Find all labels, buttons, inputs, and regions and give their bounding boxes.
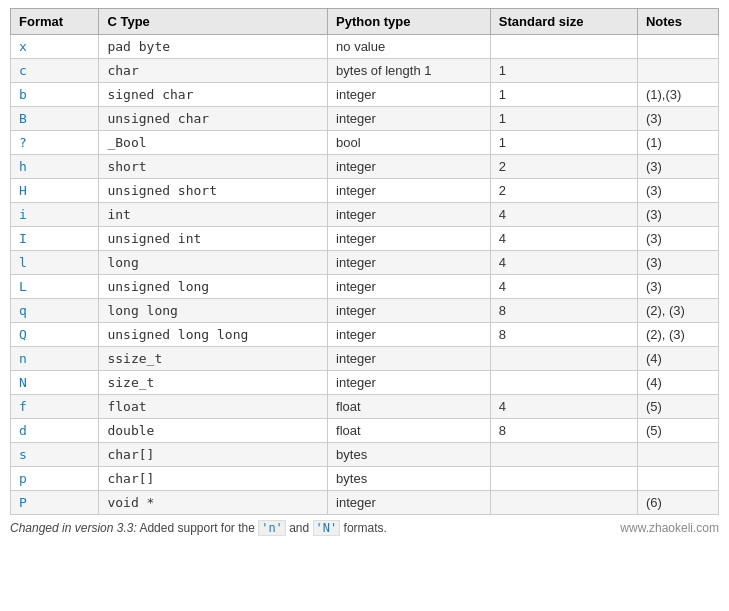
cell-python: integer (328, 83, 491, 107)
cell-format: I (11, 227, 99, 251)
table-row: iintinteger4(3) (11, 203, 719, 227)
cell-python: no value (328, 35, 491, 59)
cell-ctype: char[] (99, 443, 328, 467)
cell-notes: (4) (637, 371, 718, 395)
cell-size: 4 (490, 251, 637, 275)
cell-size (490, 491, 637, 515)
cell-notes: (2), (3) (637, 323, 718, 347)
cell-format: L (11, 275, 99, 299)
table-row: nssize_tinteger(4) (11, 347, 719, 371)
cell-size: 4 (490, 203, 637, 227)
cell-ctype: char[] (99, 467, 328, 491)
table-row: ffloatfloat4(5) (11, 395, 719, 419)
cell-notes (637, 443, 718, 467)
cell-notes: (3) (637, 227, 718, 251)
cell-ctype: unsigned char (99, 107, 328, 131)
cell-python: integer (328, 371, 491, 395)
header-ctype: C Type (99, 9, 328, 35)
footer: Changed in version 3.3: Added support fo… (10, 521, 719, 535)
header-format: Format (11, 9, 99, 35)
cell-format: s (11, 443, 99, 467)
cell-size: 8 (490, 299, 637, 323)
cell-notes: (3) (637, 251, 718, 275)
cell-size (490, 467, 637, 491)
changed-notice: Changed in version 3.3: Added support fo… (10, 521, 387, 535)
cell-ctype: size_t (99, 371, 328, 395)
cell-ctype: unsigned long (99, 275, 328, 299)
cell-format: ? (11, 131, 99, 155)
cell-format: N (11, 371, 99, 395)
cell-format: q (11, 299, 99, 323)
cell-format: p (11, 467, 99, 491)
cell-size (490, 371, 637, 395)
table-row: Qunsigned long longinteger8(2), (3) (11, 323, 719, 347)
cell-size: 4 (490, 395, 637, 419)
cell-ctype: _Bool (99, 131, 328, 155)
cell-ctype: float (99, 395, 328, 419)
cell-size (490, 347, 637, 371)
table-row: ccharbytes of length 11 (11, 59, 719, 83)
cell-python: integer (328, 107, 491, 131)
main-container: Format C Type Python type Standard size … (0, 0, 729, 545)
cell-format: h (11, 155, 99, 179)
cell-notes: (5) (637, 395, 718, 419)
table-row: hshortinteger2(3) (11, 155, 719, 179)
cell-size: 1 (490, 83, 637, 107)
cell-python: integer (328, 275, 491, 299)
cell-ctype: double (99, 419, 328, 443)
cell-python: float (328, 419, 491, 443)
changed-and: and (286, 521, 313, 535)
cell-size (490, 35, 637, 59)
cell-python: integer (328, 299, 491, 323)
cell-format: d (11, 419, 99, 443)
header-notes: Notes (637, 9, 718, 35)
cell-python: integer (328, 227, 491, 251)
table-row: pchar[]bytes (11, 467, 719, 491)
cell-ctype: unsigned long long (99, 323, 328, 347)
cell-format: n (11, 347, 99, 371)
table-header-row: Format C Type Python type Standard size … (11, 9, 719, 35)
cell-format: x (11, 35, 99, 59)
struct-format-table: Format C Type Python type Standard size … (10, 8, 719, 515)
cell-notes: (3) (637, 107, 718, 131)
table-row: Lunsigned longinteger4(3) (11, 275, 719, 299)
cell-ctype: int (99, 203, 328, 227)
cell-python: bytes of length 1 (328, 59, 491, 83)
header-python: Python type (328, 9, 491, 35)
cell-ctype: void * (99, 491, 328, 515)
cell-notes: (1) (637, 131, 718, 155)
cell-notes: (6) (637, 491, 718, 515)
cell-size: 4 (490, 275, 637, 299)
cell-format: H (11, 179, 99, 203)
cell-notes: (3) (637, 155, 718, 179)
cell-notes (637, 467, 718, 491)
cell-ctype: char (99, 59, 328, 83)
cell-ctype: long long (99, 299, 328, 323)
cell-size: 4 (490, 227, 637, 251)
table-row: qlong longinteger8(2), (3) (11, 299, 719, 323)
code-n: 'n' (258, 520, 286, 536)
cell-notes: (2), (3) (637, 299, 718, 323)
cell-size: 2 (490, 155, 637, 179)
website-label: www.zhaokeli.com (620, 521, 719, 535)
cell-size: 8 (490, 419, 637, 443)
table-row: bsigned charinteger1(1),(3) (11, 83, 719, 107)
cell-format: P (11, 491, 99, 515)
table-row: Bunsigned charinteger1(3) (11, 107, 719, 131)
cell-notes: (3) (637, 203, 718, 227)
cell-python: integer (328, 347, 491, 371)
table-row: Iunsigned intinteger4(3) (11, 227, 719, 251)
changed-body: Added support for the (137, 521, 258, 535)
changed-version: Changed in version 3.3: (10, 521, 137, 535)
cell-ctype: signed char (99, 83, 328, 107)
code-N: 'N' (313, 520, 341, 536)
cell-format: f (11, 395, 99, 419)
cell-format: B (11, 107, 99, 131)
cell-python: integer (328, 203, 491, 227)
table-row: ?_Boolbool1(1) (11, 131, 719, 155)
cell-notes: (3) (637, 275, 718, 299)
cell-notes (637, 35, 718, 59)
cell-notes (637, 59, 718, 83)
cell-size: 1 (490, 59, 637, 83)
cell-format: i (11, 203, 99, 227)
